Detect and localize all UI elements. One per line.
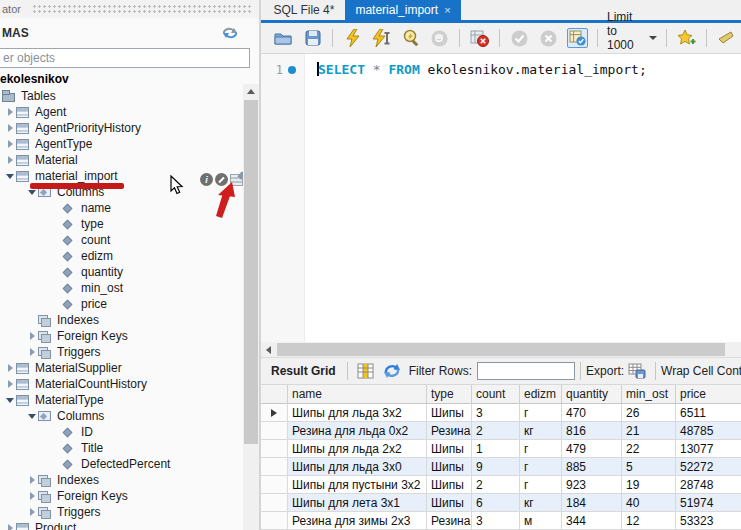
chevron-collapsed-icon[interactable] bbox=[26, 476, 38, 484]
grid-cell[interactable]: 923 bbox=[562, 476, 622, 494]
grid-cell[interactable]: 2 bbox=[472, 422, 520, 440]
grid-cell[interactable]: Шипы для льда 2x2 bbox=[288, 440, 427, 458]
close-tab-icon[interactable]: × bbox=[444, 4, 450, 16]
chevron-collapsed-icon[interactable] bbox=[4, 524, 16, 530]
grid-cell[interactable]: кг bbox=[520, 494, 562, 512]
tab-material-import[interactable]: material_import× bbox=[345, 0, 461, 20]
scrollbar-thumb[interactable] bbox=[244, 100, 258, 444]
sql-code-editor[interactable]: 1 SELECT * FROM ekolesnikov.material_imp… bbox=[261, 54, 741, 342]
refresh-schemas-icon[interactable] bbox=[223, 27, 237, 39]
column-header-count[interactable]: count bbox=[472, 385, 520, 404]
column-header-edizm[interactable]: edizm bbox=[520, 385, 562, 404]
chevron-collapsed-icon[interactable] bbox=[4, 156, 16, 164]
tree-item-materialtype[interactable]: MaterialType bbox=[0, 392, 242, 408]
scroll-up-icon[interactable] bbox=[247, 89, 255, 94]
tree-item-edizm[interactable]: edizm bbox=[0, 248, 242, 264]
grid-cell[interactable]: Резина для зимы 2x3 bbox=[288, 512, 427, 530]
explain-plan-button[interactable] bbox=[400, 28, 421, 48]
grid-cell[interactable]: 40 bbox=[622, 494, 676, 512]
grid-cell[interactable]: 479 bbox=[562, 440, 622, 458]
grid-cell[interactable]: 5 bbox=[622, 458, 676, 476]
row-selector-cell[interactable] bbox=[261, 476, 288, 494]
row-selector-cell[interactable] bbox=[261, 440, 288, 458]
chevron-collapsed-icon[interactable] bbox=[26, 508, 38, 516]
tree-item-name[interactable]: name bbox=[0, 200, 242, 216]
grid-cell[interactable]: 885 bbox=[562, 458, 622, 476]
tree-item-defectedpercent[interactable]: DefectedPercent bbox=[0, 456, 242, 472]
stop-on-error-toggle[interactable] bbox=[469, 28, 490, 48]
grid-cell[interactable]: 52272 bbox=[676, 458, 741, 476]
chevron-collapsed-icon[interactable] bbox=[4, 364, 16, 372]
grid-cell[interactable]: 9 bbox=[472, 458, 520, 476]
chevron-collapsed-icon[interactable] bbox=[4, 380, 16, 388]
grid-cell[interactable]: Шипы bbox=[427, 440, 472, 458]
grid-cell[interactable]: г bbox=[520, 458, 562, 476]
grid-cell[interactable]: кг bbox=[520, 422, 562, 440]
chevron-expanded-icon[interactable] bbox=[26, 414, 38, 419]
execute-current-button[interactable] bbox=[371, 28, 392, 48]
tree-item-indexes[interactable]: Indexes bbox=[0, 472, 242, 488]
filter-objects-input[interactable] bbox=[0, 48, 250, 68]
tree-item-material[interactable]: Material bbox=[0, 152, 242, 168]
tree-item-columns[interactable]: Columns bbox=[0, 408, 242, 424]
grid-cell[interactable]: Шипы bbox=[427, 458, 472, 476]
chevron-collapsed-icon[interactable] bbox=[4, 140, 16, 148]
column-header-type[interactable]: type bbox=[427, 385, 472, 404]
tree-item-triggers[interactable]: Triggers bbox=[0, 504, 242, 520]
grid-cell[interactable]: 28748 bbox=[676, 476, 741, 494]
grid-cell[interactable]: 13077 bbox=[676, 440, 741, 458]
chevron-expanded-icon[interactable] bbox=[26, 190, 38, 195]
row-selector-cell[interactable] bbox=[261, 494, 288, 512]
grid-cell[interactable]: Шипы для лета 3x1 bbox=[288, 494, 427, 512]
row-selector-cell[interactable] bbox=[261, 404, 288, 422]
tree-item-materialsupplier[interactable]: MaterialSupplier bbox=[0, 360, 242, 376]
chevron-collapsed-icon[interactable] bbox=[4, 124, 16, 132]
grid-cell[interactable]: 344 bbox=[562, 512, 622, 530]
grid-cell[interactable]: Шипы bbox=[427, 476, 472, 494]
grid-cell[interactable]: Шипы для льда 3x0 bbox=[288, 458, 427, 476]
grid-cell[interactable]: 3 bbox=[472, 404, 520, 422]
grid-cell[interactable]: 26 bbox=[622, 404, 676, 422]
result-grid[interactable]: nametypecountedizmquantitymin_ostpriceШи… bbox=[261, 385, 741, 530]
grid-cell[interactable]: г bbox=[520, 476, 562, 494]
row-selector-cell[interactable] bbox=[261, 458, 288, 476]
tree-item-title[interactable]: Title bbox=[0, 440, 242, 456]
grid-cell[interactable]: 21 bbox=[622, 422, 676, 440]
column-header-name[interactable]: name bbox=[288, 385, 427, 404]
filter-rows-input[interactable] bbox=[477, 362, 575, 380]
tree-item-quantity[interactable]: quantity bbox=[0, 264, 242, 280]
grid-cell[interactable]: Шипы bbox=[427, 404, 472, 422]
grid-cell[interactable]: г bbox=[520, 440, 562, 458]
tree-item-count[interactable]: count bbox=[0, 232, 242, 248]
chevron-collapsed-icon[interactable] bbox=[26, 348, 38, 356]
horizontal-scrollbar[interactable] bbox=[261, 342, 741, 357]
grid-cell[interactable]: 53323 bbox=[676, 512, 741, 530]
sql-statement[interactable]: SELECT * FROM ekolesnikov.material_impor… bbox=[317, 62, 647, 77]
tree-item-min-ost[interactable]: min_ost bbox=[0, 280, 242, 296]
stop-query-button[interactable] bbox=[429, 28, 450, 48]
export-icon[interactable] bbox=[628, 363, 646, 379]
save-snippet-button[interactable] bbox=[676, 28, 697, 48]
grid-cell[interactable]: Резина для льда 0x2 bbox=[288, 422, 427, 440]
tree-item-materialcounthistory[interactable]: MaterialCountHistory bbox=[0, 376, 242, 392]
schema-name[interactable]: ekolesnikov bbox=[0, 72, 69, 86]
grid-cell[interactable]: 816 bbox=[562, 422, 622, 440]
sidebar-scrollbar[interactable] bbox=[243, 84, 259, 530]
chevron-collapsed-icon[interactable] bbox=[26, 332, 38, 340]
grid-cell[interactable]: Резина bbox=[427, 512, 472, 530]
grid-cell[interactable]: 184 bbox=[562, 494, 622, 512]
grid-cell[interactable]: 2 bbox=[472, 476, 520, 494]
tree-item-triggers[interactable]: Triggers bbox=[0, 344, 242, 360]
grid-cell[interactable]: г bbox=[520, 404, 562, 422]
tab-sql-file-4[interactable]: SQL File 4* bbox=[263, 0, 345, 20]
chevron-collapsed-icon[interactable] bbox=[26, 492, 38, 500]
save-file-button[interactable] bbox=[302, 28, 323, 48]
scrollbar-thumb[interactable] bbox=[277, 343, 725, 356]
row-selector-cell[interactable] bbox=[261, 512, 288, 530]
refresh-icon[interactable] bbox=[383, 363, 401, 379]
tree-item-foreign-keys[interactable]: Foreign Keys bbox=[0, 328, 242, 344]
chevron-expanded-icon[interactable] bbox=[4, 174, 16, 179]
autocommit-toggle[interactable] bbox=[567, 28, 588, 48]
grid-cell[interactable]: 51974 bbox=[676, 494, 741, 512]
grid-cell[interactable]: Шипы bbox=[427, 494, 472, 512]
